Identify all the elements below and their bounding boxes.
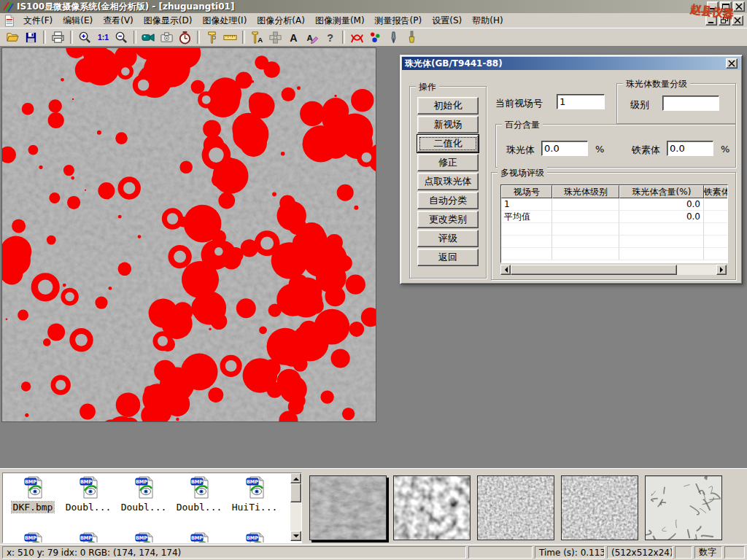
file-item-0[interactable]: BMPDKF.bmp xyxy=(6,476,60,513)
file-item-row2-4[interactable]: BMP xyxy=(228,532,282,543)
zoom-out-button[interactable] xyxy=(112,29,131,45)
measure-text-button[interactable]: A xyxy=(248,29,266,45)
change-class-button[interactable]: 更改类别 xyxy=(417,211,479,228)
new-field-button[interactable]: 新视场 xyxy=(417,116,479,133)
pen-button[interactable] xyxy=(384,29,403,45)
table-row-4[interactable] xyxy=(501,248,727,260)
file-item-row2-2[interactable]: BMP xyxy=(117,532,171,543)
bmp-file-icon: BMP xyxy=(134,532,154,543)
svg-text:BMP: BMP xyxy=(246,479,258,485)
table-cell xyxy=(501,223,552,236)
scroll-right-button[interactable] xyxy=(716,265,727,275)
mdi-restore-button[interactable] xyxy=(719,15,730,26)
scroll-up-button[interactable] xyxy=(290,473,301,483)
pearlite-percent-input[interactable] xyxy=(541,141,588,156)
table-header-cell[interactable]: 珠光体级别 xyxy=(552,185,619,198)
menu-file[interactable]: 文件(F) xyxy=(18,13,58,28)
file-browser-scrollbar[interactable] xyxy=(290,473,301,541)
init-button[interactable]: 初始化 xyxy=(417,97,479,114)
caliper-icon xyxy=(205,31,219,44)
auto-classify-button[interactable]: 自动分类 xyxy=(417,192,479,209)
file-name: Doubl... xyxy=(64,502,113,513)
thumbnail-1[interactable] xyxy=(393,475,471,540)
help-button[interactable]: ? xyxy=(321,29,339,45)
dialog-close-button[interactable] xyxy=(726,58,738,69)
svg-text:BMP: BMP xyxy=(24,479,36,485)
table-horizontal-scrollbar[interactable] xyxy=(500,265,727,275)
video-icon xyxy=(142,31,155,44)
print-button[interactable] xyxy=(49,29,67,45)
table-cell: 平均值 xyxy=(501,211,552,223)
table-header-cell[interactable]: 铁素体含量(%) xyxy=(704,185,728,198)
thumbnail-4[interactable] xyxy=(645,475,722,540)
image-size-panel: (512x512x24) xyxy=(607,546,673,559)
mdi-close-button[interactable] xyxy=(732,15,743,26)
file-item-2[interactable]: BMPDoubl... xyxy=(117,476,171,513)
toolbar-separator xyxy=(342,31,345,44)
text-button[interactable]: A xyxy=(285,29,303,45)
micrograph-image[interactable] xyxy=(2,48,376,421)
bmp-file-icon: BMP xyxy=(190,532,209,543)
scroll-down-button[interactable] xyxy=(290,531,301,541)
minimize-button[interactable] xyxy=(707,1,719,12)
thumbnail-2[interactable] xyxy=(477,475,554,540)
grid-button[interactable] xyxy=(266,29,285,45)
video-button[interactable] xyxy=(139,29,158,45)
brush-button[interactable] xyxy=(403,29,421,45)
table-row-3[interactable] xyxy=(501,236,727,248)
scroll-left-button[interactable] xyxy=(500,265,511,275)
scrollbar-track[interactable] xyxy=(677,265,716,275)
dialog-title-bar[interactable]: 珠光体(GB/T9441-88) xyxy=(402,57,740,70)
close-button[interactable] xyxy=(733,1,745,12)
binarize-button[interactable]: 二值化 xyxy=(417,135,479,152)
table-row-1[interactable]: 平均值0.0 xyxy=(501,211,727,223)
ruler-button[interactable] xyxy=(221,29,239,45)
table-row-0[interactable]: 10.0 xyxy=(501,198,727,211)
save-button[interactable] xyxy=(22,29,40,45)
menu-measure-report[interactable]: 测量报告(P) xyxy=(370,13,427,28)
menu-image-analysis[interactable]: 图像分析(A) xyxy=(252,13,310,28)
menu-view[interactable]: 查看(V) xyxy=(98,13,139,28)
zoom-in-button[interactable] xyxy=(76,29,94,45)
file-item-row2-0[interactable]: BMP xyxy=(6,532,60,543)
actual-size-button[interactable]: 1:1 xyxy=(94,29,112,45)
menu-edit[interactable]: 编辑(E) xyxy=(58,13,98,28)
camera-button[interactable] xyxy=(158,29,176,45)
level-input[interactable] xyxy=(662,96,719,111)
ferrite-percent-input[interactable] xyxy=(667,141,713,156)
curve-button[interactable] xyxy=(348,29,366,45)
return-button[interactable]: 返回 xyxy=(417,249,479,266)
menu-settings[interactable]: 设置(S) xyxy=(427,13,467,28)
caliper-button[interactable] xyxy=(203,29,221,45)
file-item-row2-3[interactable]: BMP xyxy=(172,532,226,543)
save-icon xyxy=(24,31,38,44)
grade-button[interactable]: 评级 xyxy=(417,230,479,247)
mdi-minimize-button[interactable] xyxy=(705,15,717,26)
multi-view-table[interactable]: 视场号珠光体级别珠光体含量(%)铁素体含量(%)10.0平均值0.0 xyxy=(500,184,728,263)
file-browser[interactable]: BMPDKF.bmpBMPDoubl...BMPDoubl...BMPDoubl… xyxy=(2,472,302,543)
thumbnail-3[interactable] xyxy=(561,475,638,540)
maximize-button[interactable] xyxy=(720,1,732,12)
menu-image-process[interactable]: 图像处理(I) xyxy=(197,13,252,28)
file-item-1[interactable]: BMPDoubl... xyxy=(61,476,115,513)
table-header-cell[interactable]: 视场号 xyxy=(501,185,552,198)
pick-pearlite-button[interactable]: 点取珠光体 xyxy=(417,173,479,190)
file-item-4[interactable]: BMPHuiTi... xyxy=(228,476,282,513)
scrollbar-thumb[interactable] xyxy=(511,265,677,275)
table-header-cell[interactable]: 珠光体含量(%) xyxy=(619,185,704,198)
file-item-row2-1[interactable]: BMP xyxy=(61,532,115,543)
correct-button[interactable]: 修正 xyxy=(417,154,479,171)
percent-group-label: 百分含量 xyxy=(502,119,543,131)
menu-help[interactable]: 帮助(H) xyxy=(467,13,508,28)
annotate-button[interactable]: A xyxy=(303,29,321,45)
file-item-3[interactable]: BMPDoubl... xyxy=(172,476,226,513)
menu-image-measure[interactable]: 图像测量(M) xyxy=(310,13,370,28)
scrollbar-thumb[interactable] xyxy=(290,483,301,502)
menu-image-display[interactable]: 图像显示(D) xyxy=(139,13,198,28)
particles-button[interactable] xyxy=(366,29,384,45)
table-row-2[interactable] xyxy=(501,223,727,236)
thumbnail-0[interactable] xyxy=(309,475,387,540)
current-field-input[interactable] xyxy=(557,94,605,109)
open-button[interactable] xyxy=(4,29,22,45)
timer-button[interactable] xyxy=(176,29,194,45)
